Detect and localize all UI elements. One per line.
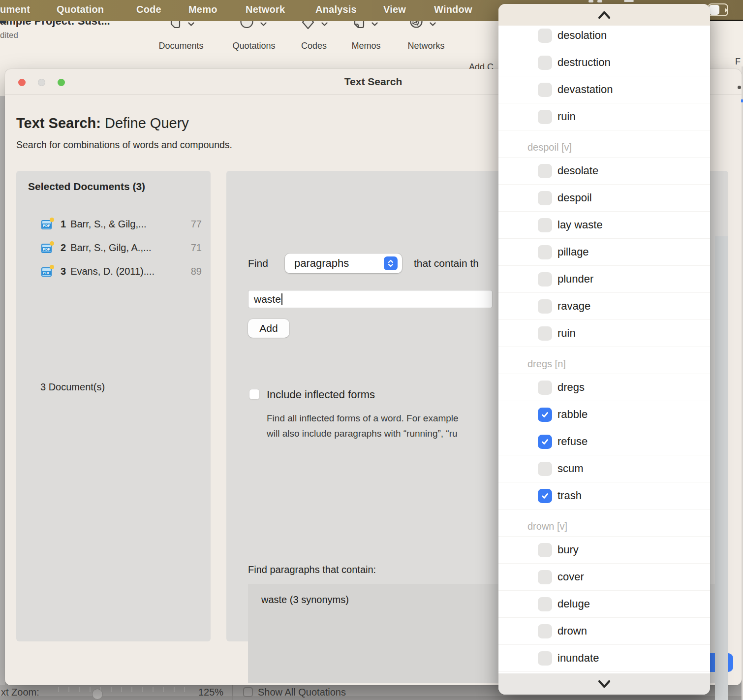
text-zoom-label: xt Zoom: <box>1 687 39 698</box>
project-status: dited <box>0 31 18 40</box>
inflected-help-line1: Find all inflected forms of a word. For … <box>267 413 459 424</box>
synonym-checkbox[interactable] <box>538 245 552 259</box>
synonym-checkbox[interactable] <box>538 218 552 232</box>
synonym-item[interactable]: dregs <box>498 374 710 401</box>
synonym-label: pillage <box>557 246 589 258</box>
synonym-checkbox[interactable] <box>538 408 552 422</box>
slider-tick <box>68 687 69 692</box>
synonym-item[interactable]: plunder <box>498 266 710 293</box>
background-glyph-fragment <box>624 0 634 2</box>
synonym-checkbox[interactable] <box>538 381 552 395</box>
panel-edge-band <box>715 236 728 700</box>
toolbar-group-label[interactable]: Codes <box>301 41 327 51</box>
pdf-badge-dot <box>50 218 54 222</box>
synonym-item[interactable]: destruction <box>498 49 710 76</box>
selected-documents-title: Selected Documents (3) <box>28 181 145 192</box>
background-blue-fragment <box>741 99 743 102</box>
synonym-checkbox[interactable] <box>538 56 552 70</box>
synonym-item[interactable]: scum <box>498 455 710 482</box>
show-all-quotations-checkbox[interactable] <box>243 687 253 697</box>
synonym-checkbox[interactable] <box>538 272 552 286</box>
synonym-checkbox[interactable] <box>538 191 552 205</box>
synonym-checkbox[interactable] <box>538 164 552 178</box>
synonym-checkbox[interactable] <box>538 651 552 666</box>
page-title-rest: Define Query <box>101 115 189 131</box>
synonym-item[interactable]: bury <box>498 537 710 564</box>
document-name: Barr, S., Gilg, A.,... <box>70 242 152 254</box>
toolbar-group-label[interactable]: Memos <box>351 41 380 51</box>
menu-item-view[interactable]: View <box>383 4 406 15</box>
stepper-chevrons-icon[interactable] <box>384 256 398 270</box>
menu-item-analysis[interactable]: Analysis <box>315 4 357 15</box>
synonym-checkbox[interactable] <box>538 624 552 638</box>
synonym-checkbox[interactable] <box>538 326 552 341</box>
screenshot-root: umentQuotationCodeMemoNetworkAnalysisVie… <box>0 0 743 700</box>
toolbar-group-label[interactable]: Documents <box>158 41 203 51</box>
add-button[interactable]: Add <box>248 319 289 338</box>
synonym-item[interactable]: deluge <box>498 591 710 618</box>
chevron-down-icon <box>598 680 611 688</box>
page-title-bold: Text Search: <box>16 115 101 131</box>
synonym-label: rabble <box>557 408 588 421</box>
menu-item-code[interactable]: Code <box>136 4 161 15</box>
synonym-label: refuse <box>557 435 588 448</box>
synonym-item[interactable]: ruin <box>498 103 710 130</box>
synonym-item[interactable]: devastation <box>498 76 710 103</box>
synonym-item[interactable]: ravage <box>498 293 710 320</box>
synonym-section-header: dregs [n] <box>498 347 710 374</box>
synonym-label: ruin <box>557 327 576 340</box>
synonym-section-header: drown [v] <box>498 509 710 537</box>
toolbar-group-label[interactable]: Quotations <box>232 41 275 51</box>
page-subtitle: Search for combinations of words and com… <box>16 139 232 151</box>
menu-item-memo[interactable]: Memo <box>188 4 217 15</box>
synonym-item[interactable]: refuse <box>498 428 710 455</box>
synonym-label: deluge <box>557 598 590 610</box>
synonym-checkbox[interactable] <box>538 83 552 97</box>
synonym-item[interactable]: desolate <box>498 158 710 185</box>
search-input[interactable]: waste <box>248 290 493 308</box>
menu-item-quotation[interactable]: Quotation <box>57 4 104 15</box>
synonym-checkbox[interactable] <box>538 29 552 43</box>
synonym-checkbox[interactable] <box>538 299 552 314</box>
menu-item-network[interactable]: Network <box>246 4 285 15</box>
synonym-item[interactable]: lay waste <box>498 212 710 239</box>
scope-select[interactable]: paragraphs <box>285 254 402 273</box>
include-inflected-checkbox[interactable] <box>249 389 260 400</box>
synonym-item[interactable]: pillage <box>498 239 710 266</box>
document-row[interactable]: 3Evans, D. (2011)....89 <box>16 259 211 283</box>
synonym-item[interactable]: drown <box>498 618 710 645</box>
synonym-item[interactable]: inundate <box>498 645 710 672</box>
synonym-item[interactable]: ruin <box>498 320 710 347</box>
menu-item-ument[interactable]: ument <box>0 4 30 15</box>
synonym-checkbox[interactable] <box>538 597 552 611</box>
synonyms-list: desolationdestructiondevastationruindesp… <box>498 22 710 695</box>
synonym-label: trash <box>557 489 582 502</box>
result-item[interactable]: waste (3 synonyms) <box>261 594 349 605</box>
synonym-item[interactable]: desolation <box>498 22 710 49</box>
synonym-checkbox[interactable] <box>538 462 552 476</box>
document-row[interactable]: 2Barr, S., Gilg, A.,...71 <box>16 236 211 259</box>
scroll-down-zone[interactable] <box>498 673 710 695</box>
synonym-checkbox[interactable] <box>538 543 552 557</box>
document-row[interactable]: 1Barr, S., & Gilg,...77 <box>16 212 211 236</box>
synonym-item[interactable]: cover <box>498 564 710 591</box>
text-zoom-value: 125% <box>198 687 223 698</box>
synonym-checkbox[interactable] <box>538 489 552 503</box>
synonym-checkbox[interactable] <box>538 435 552 449</box>
text-zoom-slider-thumb[interactable] <box>92 689 103 700</box>
slider-tick <box>121 687 122 692</box>
text-caret <box>281 293 282 305</box>
synonym-item[interactable]: rabble <box>498 401 710 428</box>
menu-item-window[interactable]: Window <box>434 4 472 15</box>
synonym-label: drown <box>557 625 587 637</box>
toolbar-group-label[interactable]: Networks <box>407 41 444 51</box>
synonym-item[interactable]: despoil <box>498 185 710 212</box>
result-label: Find paragraphs that contain: <box>248 564 376 575</box>
synonym-section-label: despoil [v] <box>527 142 572 153</box>
document-name: Barr, S., & Gilg,... <box>70 219 147 230</box>
synonym-checkbox[interactable] <box>538 110 552 124</box>
synonym-checkbox[interactable] <box>538 570 552 584</box>
scroll-up-zone[interactable] <box>498 4 710 26</box>
document-quote-count: 71 <box>191 242 202 254</box>
synonym-item[interactable]: trash <box>498 482 710 509</box>
